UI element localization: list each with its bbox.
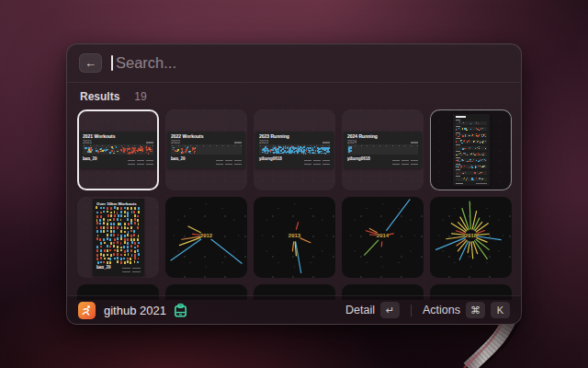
detail-action[interactable]: Detail ↵ bbox=[345, 302, 400, 318]
result-2024-running[interactable]: 2024 Running2024yihong0618 bbox=[342, 109, 424, 190]
result-2013-circular[interactable]: 2013 bbox=[254, 197, 335, 278]
poster-subtitle: 2024 bbox=[347, 140, 356, 144]
result-2012-circular[interactable]: 2012 bbox=[165, 197, 247, 278]
result-2023-running[interactable]: 2023 Running2023yihong0618 bbox=[254, 109, 335, 190]
year-label: 2012 bbox=[200, 233, 213, 238]
results-grid: 2021 Workouts2021ben_292022 Workouts2022… bbox=[77, 109, 512, 300]
result-over-10km-workouts[interactable]: Over 10km Workoutsben_29 bbox=[77, 197, 159, 278]
year-label: 2018 bbox=[465, 233, 478, 238]
poster-athlete: ben_29 bbox=[83, 157, 97, 162]
results-count: 19 bbox=[134, 90, 146, 103]
result-2021-workouts[interactable]: 2021 Workouts2021ben_29 bbox=[77, 109, 159, 190]
cmd-keycap: ⌘ bbox=[466, 302, 485, 318]
poster-athlete: ben_29 bbox=[171, 157, 186, 162]
actions-menu-button[interactable]: Actions ⌘ K bbox=[423, 302, 510, 318]
circular-year-plot: 2018 bbox=[430, 197, 512, 278]
selected-item-title: github 2021 bbox=[104, 304, 166, 317]
poster-thumbnail: 2022 Workouts2022ben_29 bbox=[167, 132, 245, 168]
poster-athlete: ben_29 bbox=[96, 265, 111, 270]
search-bar: ← bbox=[67, 44, 521, 82]
result-2018-circular[interactable]: 2018 bbox=[430, 197, 512, 278]
poster-subtitle: 2021 bbox=[83, 140, 92, 144]
app-icon bbox=[78, 302, 96, 319]
poster-thumbnail: 2021 Workouts2021ben_29 bbox=[79, 132, 157, 168]
dense-poster: Over 10km Workoutsben_29 bbox=[93, 199, 144, 276]
result-multi-year-poster[interactable] bbox=[430, 109, 512, 190]
search-input[interactable] bbox=[116, 54, 509, 72]
actions-label: Actions bbox=[423, 304, 460, 316]
poster-title: 2021 Workouts bbox=[83, 134, 115, 139]
k-keycap: K bbox=[491, 302, 510, 318]
results-label: Results bbox=[80, 90, 119, 103]
poster-subtitle: 2023 bbox=[259, 140, 268, 144]
poster-subtitle: 2022 bbox=[171, 140, 180, 144]
poster-athlete: yihong0618 bbox=[347, 157, 370, 162]
device-icon bbox=[174, 304, 187, 317]
poster-title: 2024 Running bbox=[347, 134, 378, 139]
year-label: 2014 bbox=[377, 233, 390, 238]
runner-icon bbox=[81, 305, 93, 316]
result-2022-workouts[interactable]: 2022 Workouts2022ben_29 bbox=[165, 109, 247, 190]
footer-divider bbox=[411, 305, 412, 316]
results-header: Results 19 bbox=[67, 83, 521, 108]
detail-label: Detail bbox=[345, 304, 375, 316]
poster-athlete: yihong0618 bbox=[259, 157, 282, 162]
back-arrow-icon: ← bbox=[85, 57, 96, 69]
result-2014-circular[interactable]: 2014 bbox=[342, 197, 424, 278]
circular-year-plot: 2012 bbox=[165, 197, 247, 278]
poster-title: 2023 Running bbox=[259, 134, 289, 139]
return-keycap: ↵ bbox=[380, 302, 400, 318]
footer-bar: github 2021 Detail ↵ Actions ⌘ K bbox=[67, 295, 521, 324]
poster-thumbnail: 2023 Running2023yihong0618 bbox=[255, 132, 334, 168]
circular-year-plot: 2013 bbox=[254, 197, 335, 278]
poster-title: Over 10km Workouts bbox=[96, 201, 137, 205]
poster-thumbnail: 2024 Running2024yihong0618 bbox=[344, 132, 422, 168]
back-button[interactable]: ← bbox=[79, 53, 102, 73]
raycast-window: ← Results 19 2021 Workouts2021ben_292022… bbox=[66, 43, 522, 325]
circular-year-plot: 2014 bbox=[342, 197, 424, 278]
poster-title: 2022 Workouts bbox=[171, 134, 203, 139]
text-caret bbox=[111, 55, 113, 71]
multi-year-poster bbox=[453, 114, 490, 186]
year-label: 2013 bbox=[288, 233, 301, 238]
